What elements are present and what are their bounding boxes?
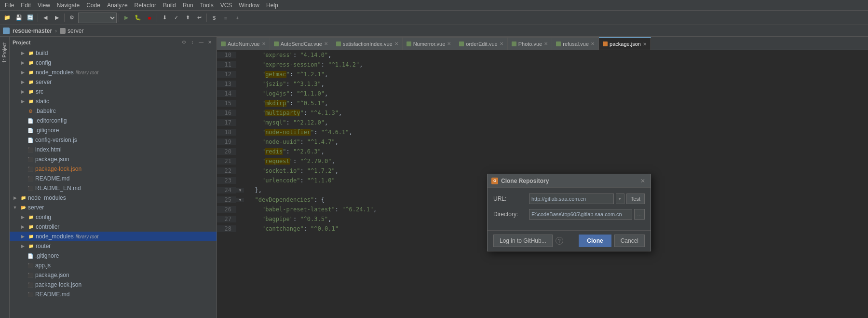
menu-analyze[interactable]: Analyze <box>104 1 131 10</box>
tab-autosendcar[interactable]: AutoSendCar.vue ✕ <box>270 37 332 50</box>
tree-item-index-html[interactable]: ⬛ index.html <box>10 145 217 154</box>
tree-item-server-gitignore[interactable]: 📄 .gitignore <box>10 251 217 261</box>
tree-item-server-router[interactable]: ▶ 📁 router <box>10 241 217 251</box>
help-icon[interactable]: ? <box>556 237 563 245</box>
tree-item-server-appjs[interactable]: ⬛ app.js <box>10 261 217 270</box>
path-root[interactable]: rescue-master <box>13 28 52 34</box>
project-settings-btn[interactable]: ⚙ <box>180 39 188 46</box>
toolbar-refresh-btn[interactable]: 🔄 <box>25 13 36 23</box>
tree-item-server-controller[interactable]: ▶ 📁 controller <box>10 222 217 232</box>
tab-refusal[interactable]: refusal.vue ✕ <box>552 37 599 50</box>
tab-autonum[interactable]: AutoNum.vue ✕ <box>217 37 270 50</box>
test-button[interactable]: Test <box>626 194 645 204</box>
tab-close-btn[interactable]: ✕ <box>591 41 595 46</box>
menu-vcs[interactable]: VCS <box>217 1 235 10</box>
tree-item-gitignore[interactable]: 📄 .gitignore <box>10 125 217 135</box>
clone-button[interactable]: Clone <box>579 235 611 247</box>
tree-item-server-expanded[interactable]: ▼ 📂 server <box>10 203 217 212</box>
tab-close-btn[interactable]: ✕ <box>447 41 451 46</box>
menu-run[interactable]: Run <box>180 1 196 10</box>
toolbar-back-btn[interactable]: ◀ <box>40 13 51 23</box>
menu-edit[interactable]: Edit <box>18 1 34 10</box>
menu-navigate[interactable]: Navigate <box>54 1 82 10</box>
sidebar-tab-project[interactable]: 1: Project <box>1 39 8 67</box>
toolbar-debug-btn[interactable]: 🐛 <box>133 13 143 23</box>
project-tree: ▶ 📁 build ▶ 📁 config ▶ 📁 node_modules li… <box>10 48 217 318</box>
clone-repository-dialog[interactable]: G Clone Repository ✕ URL: ▼ Test Directo… <box>487 174 651 251</box>
toolbar-terminal-btn[interactable]: $ <box>209 13 219 23</box>
tree-item-server-package[interactable]: ⬛ package.json <box>10 270 217 280</box>
menu-help[interactable]: Help <box>263 1 281 10</box>
menu-view[interactable]: View <box>35 1 53 10</box>
tab-close-btn[interactable]: ✕ <box>262 41 266 46</box>
login-github-button[interactable]: Log in to GitHub... <box>493 235 553 247</box>
tree-item-package-json[interactable]: ⬛ package.json <box>10 154 217 164</box>
tree-item-config[interactable]: ▶ 📁 config <box>10 58 217 68</box>
toolbar-config-dropdown[interactable] <box>78 13 117 23</box>
toolbar-save-btn[interactable]: 💾 <box>14 13 24 23</box>
path-server[interactable]: server <box>60 28 83 34</box>
menu-file[interactable]: File <box>2 1 17 10</box>
toolbar-run-btn[interactable]: ▶ <box>121 13 132 23</box>
tab-package-json[interactable]: package.json ✕ <box>599 37 651 50</box>
tree-item-readme-en[interactable]: ⬛ README_EN.md <box>10 183 217 193</box>
tab-label: package.json <box>610 41 641 47</box>
tree-item-config-version[interactable]: 📄 config-version.js <box>10 135 217 145</box>
tree-item-node-modules-outer[interactable]: ▶ 📁 node_modules <box>10 193 217 203</box>
tree-item-server-root[interactable]: ▶ 📁 server <box>10 77 217 87</box>
menu-code[interactable]: Code <box>83 1 103 10</box>
tree-item-package-lock[interactable]: ⬛ package-lock.json <box>10 164 217 174</box>
tree-item-readme[interactable]: ⬛ README.md <box>10 174 217 183</box>
toolbar-settings-btn[interactable]: ⚙ <box>67 13 77 23</box>
tree-item-server-config[interactable]: ▶ 📁 config <box>10 212 217 222</box>
directory-browse-btn[interactable]: … <box>634 209 645 220</box>
tab-close-btn[interactable]: ✕ <box>643 41 647 47</box>
tree-item-babelrc[interactable]: ⚙ .babelrc <box>10 106 217 116</box>
tab-numerror[interactable]: Numerror.vue ✕ <box>403 37 456 50</box>
toolbar-forward-btn[interactable]: ▶ <box>52 13 62 23</box>
dialog-titlebar: G Clone Repository ✕ <box>488 174 651 188</box>
line-content: "express": "4.14.0", <box>244 52 331 58</box>
dialog-close-button[interactable]: ✕ <box>639 177 647 185</box>
tree-item-server-package-lock[interactable]: ⬛ package-lock.json <box>10 280 217 290</box>
menu-build[interactable]: Build <box>160 1 179 10</box>
tree-item-editorconfig[interactable]: 📄 .editorconfig <box>10 116 217 125</box>
toolbar-vcs-commit-btn[interactable]: ✓ <box>171 13 181 23</box>
url-dropdown-btn[interactable]: ▼ <box>616 194 624 204</box>
tree-item-static[interactable]: ▶ 📁 static <box>10 97 217 106</box>
menu-window[interactable]: Window <box>236 1 262 10</box>
toolbar-vcs-update-btn[interactable]: ⬇ <box>159 13 170 23</box>
tree-item-server-readme[interactable]: ⬛ README.md <box>10 290 217 299</box>
directory-input[interactable] <box>529 209 632 220</box>
project-collapse-btn[interactable]: — <box>197 39 205 46</box>
tab-photo[interactable]: Photo.vue ✕ <box>508 37 553 50</box>
toolbar-stop-btn[interactable]: ■ <box>144 13 155 23</box>
tree-item-server-node-modules[interactable]: ▶ 📁 node_modules library root <box>10 232 217 241</box>
tab-close-btn[interactable]: ✕ <box>394 41 398 46</box>
url-input[interactable] <box>529 194 614 204</box>
tab-close-btn[interactable]: ✕ <box>544 41 548 46</box>
file-icon: 📄 <box>27 117 34 124</box>
menu-tools[interactable]: Tools <box>197 1 217 10</box>
project-close-btn[interactable]: ✕ <box>206 39 214 46</box>
tree-item-build[interactable]: ▶ 📁 build <box>10 48 217 58</box>
tab-orderedit[interactable]: orderEdit.vue ✕ <box>455 37 507 50</box>
tab-close-btn[interactable]: ✕ <box>324 41 328 46</box>
tree-item-node-modules-root[interactable]: ▶ 📁 node_modules library root <box>10 68 217 77</box>
cancel-button[interactable]: Cancel <box>614 235 645 247</box>
toolbar-undo-btn[interactable]: ↩ <box>194 13 204 23</box>
tree-label: node_modules <box>36 233 74 240</box>
menu-refactor[interactable]: Refactor <box>132 1 159 10</box>
project-scroll-btn[interactable]: ↕ <box>189 39 196 46</box>
fold-icon[interactable]: ▼ <box>238 198 242 202</box>
toolbar-extra-btn[interactable]: + <box>232 13 243 23</box>
fold-icon[interactable]: ▼ <box>238 188 242 193</box>
tab-close-btn[interactable]: ✕ <box>500 41 503 46</box>
file-icon: ⬛ <box>27 262 34 269</box>
toolbar-open-btn[interactable]: 📁 <box>2 13 13 23</box>
tab-satisfactionindex[interactable]: satisfactionIndex.vue ✕ <box>332 37 403 50</box>
line-content: "request": "^2.79.0", <box>244 158 335 165</box>
toolbar-structure-btn[interactable]: ≡ <box>220 13 231 23</box>
tree-item-src[interactable]: ▶ 📁 src <box>10 87 217 97</box>
toolbar-vcs-push-btn[interactable]: ⬆ <box>182 13 193 23</box>
